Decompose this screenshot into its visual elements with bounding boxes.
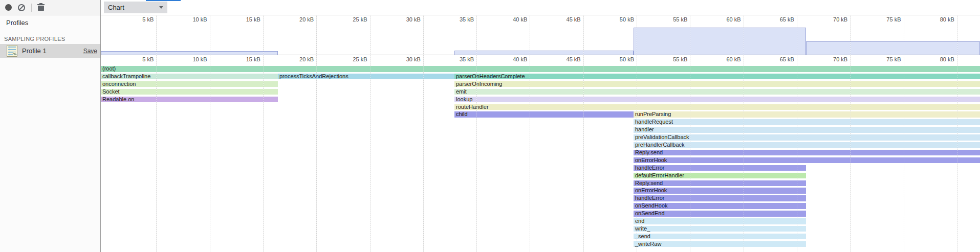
flame-bar-routehandler[interactable]: routeHandler (454, 104, 980, 110)
toolbar-separator (31, 4, 32, 12)
ruler-tick-label: 35 kB (443, 56, 474, 62)
ruler-tick-label: 25 kB (337, 16, 367, 22)
flame-bar-end[interactable]: end (634, 218, 806, 224)
flame-bar-onerrorhook[interactable]: onErrorHook (634, 157, 980, 164)
ruler-tick-label: 15 kB (230, 56, 260, 62)
view-mode-value: Chart (108, 4, 159, 11)
ruler-tick-label: 45 kB (550, 16, 581, 22)
ruler-tick-label: 20 kB (283, 16, 314, 22)
flame-bar-child[interactable]: child (454, 111, 634, 118)
ruler-tick-label: 70 kB (817, 56, 847, 62)
flame-bar-send[interactable]: _send (634, 234, 806, 240)
memory-ruler-bottom: 5 kB10 kB15 kB20 kB25 kB30 kB35 kB40 kB4… (101, 55, 980, 63)
view-mode-select[interactable]: Chart (104, 2, 167, 13)
ruler-tick-label: 75 kB (870, 16, 901, 22)
ruler-tick-label: 5 kB (123, 16, 154, 22)
flame-bar-onsendhook[interactable]: onSendHook (634, 203, 806, 209)
ruler-tick-label: 25 kB (337, 56, 367, 62)
memory-profiler-panel: Profiles SAMPLING PROFILES % Profile 1 S… (0, 0, 980, 252)
flame-bar-parseronheaderscomplete[interactable]: parserOnHeadersComplete (454, 74, 980, 80)
ruler-tick-label: 75 kB (870, 56, 901, 62)
ruler-tick-label: 35 kB (443, 16, 474, 22)
chevron-down-icon (159, 6, 163, 9)
ruler-tick-label: 30 kB (390, 56, 421, 62)
profiles-toolbar (0, 0, 100, 15)
profile-document-icon: % (7, 45, 17, 57)
clear-profiles-icon[interactable] (18, 4, 25, 11)
save-link[interactable]: Save (83, 48, 97, 55)
ruler-tick-label: 15 kB (230, 16, 260, 22)
profiler-chart-pane: Chart 5 kB10 kB15 kB20 kB25 kB30 kB35 kB… (101, 0, 980, 252)
ruler-tick-label: 40 kB (496, 16, 527, 22)
flame-bar-onsendend[interactable]: onSendEnd (634, 211, 806, 217)
trash-icon[interactable] (38, 6, 44, 11)
ruler-tick-label: 65 kB (764, 56, 794, 62)
ruler-tick-label: 80 kB (924, 56, 954, 62)
flame-bar-runpreparsing[interactable]: runPreParsing (634, 111, 980, 118)
flame-bar-write[interactable]: write_ (634, 226, 806, 232)
ruler-tick-label: 65 kB (764, 16, 794, 22)
ruler-tick-label: 80 kB (924, 16, 954, 22)
ruler-tick-label: 50 kB (603, 56, 634, 62)
ruler-tick-label: 50 kB (603, 16, 634, 22)
flame-bar-reply-send[interactable]: Reply.send (634, 180, 806, 187)
flame-bar-handleerror[interactable]: handleError (634, 195, 806, 201)
flame-bar-defaulterrorhandler[interactable]: defaultErrorHandler (634, 173, 806, 179)
ruler-tick-label: 20 kB (283, 56, 314, 62)
flame-bar-lookup[interactable]: lookup (454, 97, 980, 103)
ruler-tick-label: 70 kB (817, 16, 847, 22)
overview-step[interactable] (101, 51, 278, 55)
ruler-tick-label: 55 kB (657, 16, 687, 22)
flame-bar-socket[interactable]: Socket (101, 89, 278, 95)
flame-bar-root[interactable]: (root) (101, 66, 980, 72)
memory-ruler-top: 5 kB10 kB15 kB20 kB25 kB30 kB35 kB40 kB4… (101, 15, 980, 24)
flame-bar-writeraw[interactable]: _writeRaw (634, 241, 806, 247)
ruler-tick-label: 60 kB (710, 16, 741, 22)
overview-step[interactable] (806, 41, 980, 55)
overview-step[interactable] (454, 51, 634, 55)
profiles-sidebar: Profiles SAMPLING PROFILES % Profile 1 S… (0, 0, 101, 252)
profile-name: Profile 1 (22, 47, 83, 55)
flame-bar-readable-on[interactable]: Readable.on (101, 97, 278, 103)
flame-bar-emit[interactable]: emit (454, 89, 980, 95)
flame-chart: (root)callbackTrampolineprocessTicksAndR… (101, 63, 980, 252)
ruler-tick-label: 45 kB (550, 56, 581, 62)
flame-bar-handler[interactable]: handler (634, 127, 980, 133)
record-icon[interactable] (5, 4, 12, 11)
chart-region: 5 kB10 kB15 kB20 kB25 kB30 kB35 kB40 kB4… (101, 15, 980, 252)
allocation-overview[interactable] (101, 24, 980, 55)
flame-bar-onconnection[interactable]: onconnection (101, 81, 278, 87)
ruler-tick-label: 60 kB (710, 56, 741, 62)
flame-bar-processticksandrejections[interactable]: processTicksAndRejections (278, 74, 454, 80)
flame-bar-handlerequest[interactable]: handleRequest (634, 119, 980, 125)
flame-bar-reply-send[interactable]: Reply.send (634, 150, 980, 156)
sampling-profiles-section-title: SAMPLING PROFILES (4, 36, 65, 42)
ruler-tick-label: 40 kB (496, 56, 527, 62)
ruler-tick-label: 10 kB (177, 56, 207, 62)
ruler-tick-label: 10 kB (177, 16, 207, 22)
flame-bar-handleerror[interactable]: handleError (634, 165, 806, 171)
flame-bar-onerrorhook[interactable]: onErrorHook (634, 188, 806, 194)
chart-pane-toolbar: Chart (101, 0, 980, 15)
flame-bar-callbacktrampoline[interactable]: callbackTrampoline (101, 74, 278, 80)
active-tab-indicator (146, 0, 181, 1)
ruler-tick-label: 5 kB (123, 56, 154, 62)
flame-bar-prevalidationcallback[interactable]: preValidationCallback (634, 134, 980, 141)
ruler-tick-label: 30 kB (390, 16, 421, 22)
flame-bar-parseronincoming[interactable]: parserOnIncoming (454, 81, 980, 87)
panel-title: Profiles (6, 19, 28, 27)
overview-step[interactable] (634, 28, 806, 55)
flame-bar-prehandlercallback[interactable]: preHandlerCallback (634, 142, 980, 148)
ruler-tick-label: 55 kB (657, 56, 687, 62)
profile-list-item[interactable]: % Profile 1 Save (0, 44, 100, 58)
